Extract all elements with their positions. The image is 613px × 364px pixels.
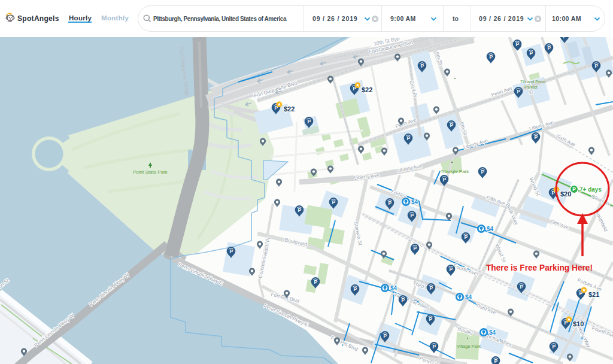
- svg-text:Village Park: Village Park: [457, 344, 481, 349]
- svg-text:7+ days: 7+ days: [579, 186, 602, 193]
- svg-text:$4: $4: [390, 285, 397, 292]
- svg-text:$10: $10: [573, 320, 584, 327]
- svg-text:$4: $4: [411, 199, 418, 205]
- svg-text:$4: $4: [487, 226, 494, 232]
- svg-text:$21: $21: [588, 291, 599, 298]
- svg-text:Parklet: Parklet: [524, 85, 538, 89]
- svg-text:Point State Park: Point State Park: [133, 169, 168, 175]
- svg-text:$4: $4: [465, 294, 472, 301]
- svg-text:$22: $22: [362, 86, 372, 93]
- svg-text:$22: $22: [284, 105, 295, 113]
- svg-text:There is Free Parking Here!: There is Free Parking Here!: [486, 262, 593, 272]
- svg-text:$20: $20: [560, 190, 571, 198]
- svg-text:7th and Penn: 7th and Penn: [520, 80, 545, 84]
- svg-text:Triangle Park: Triangle Park: [441, 169, 469, 174]
- svg-text:$4: $4: [489, 329, 496, 336]
